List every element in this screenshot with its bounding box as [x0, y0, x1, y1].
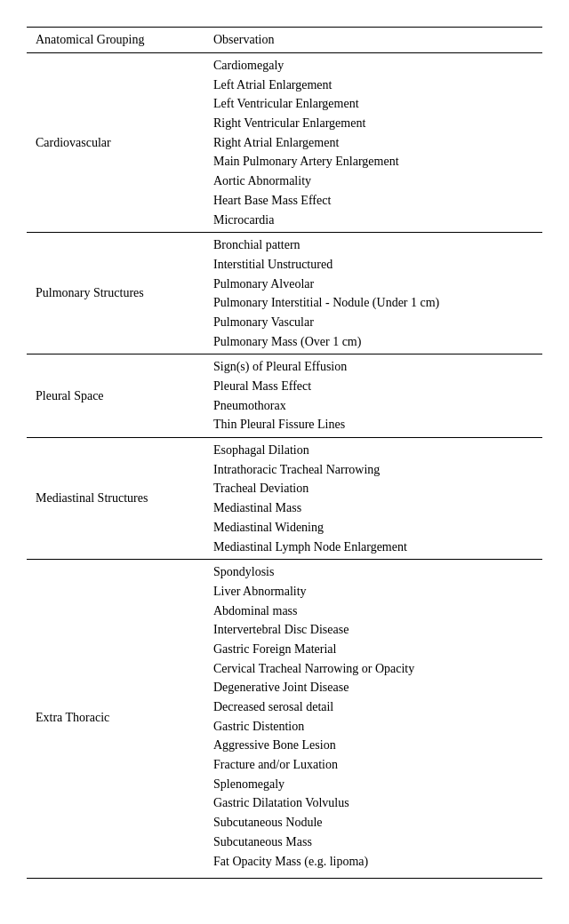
observation-item: Tracheal Deviation — [213, 479, 533, 498]
observation-item: Spondylosis — [213, 562, 533, 582]
anatomical-grouping-table: Anatomical Grouping Observation Cardiova… — [27, 27, 542, 879]
observations-extra-thoracic: SpondylosisLiver AbnormalityAbdominal ma… — [204, 560, 542, 879]
observation-item: Pulmonary Vascular — [213, 313, 533, 332]
observation-item: Pneumothorax — [213, 396, 533, 416]
observation-item: Mediastinal Widening — [213, 518, 533, 538]
observation-item: Left Ventricular Enlargement — [213, 94, 533, 114]
observation-item: Bronchial pattern — [213, 235, 533, 255]
observation-item: Cardiomegaly — [213, 56, 533, 76]
observation-item: Decreased serosal detail — [213, 697, 533, 717]
observation-item: Mediastinal Lymph Node Enlargement — [213, 538, 533, 557]
observation-item: Main Pulmonary Artery Enlargement — [213, 152, 533, 171]
observation-item: Subcutaneous Mass — [213, 832, 533, 852]
observation-item: Gastric Foreign Material — [213, 640, 533, 659]
observation-item: Sign(s) of Pleural Effusion — [213, 357, 533, 377]
observation-item: Fat Opacity Mass (e.g. lipoma) — [213, 852, 533, 872]
group-label-pulmonary-structures: Pulmonary Structures — [27, 233, 204, 354]
group-label-pleural-space: Pleural Space — [27, 354, 204, 438]
observations-cardiovascular: CardiomegalyLeft Atrial EnlargementLeft … — [204, 53, 542, 233]
observation-item: Microcardia — [213, 211, 533, 230]
group-row-mediastinal-structures: Mediastinal StructuresEsophagal Dilation… — [27, 438, 542, 560]
observation-item: Gastric Distention — [213, 717, 533, 737]
observation-item: Gastric Dilatation Volvulus — [213, 793, 533, 813]
group-row-pleural-space: Pleural SpaceSign(s) of Pleural Effusion… — [27, 354, 542, 438]
observation-item: Esophagal Dilation — [213, 441, 533, 460]
group-label-extra-thoracic: Extra Thoracic — [27, 560, 204, 879]
observation-item: Abdominal mass — [213, 601, 533, 621]
observation-item: Aortic Abnormality — [213, 171, 533, 191]
observation-item: Cervical Tracheal Narrowing or Opacity — [213, 659, 533, 679]
observation-item: Degenerative Joint Disease — [213, 678, 533, 697]
observation-item: Thin Pleural Fissure Lines — [213, 415, 533, 434]
group-row-cardiovascular: CardiovascularCardiomegalyLeft Atrial En… — [27, 53, 542, 233]
observation-item: Pulmonary Alveolar — [213, 275, 533, 294]
observation-item: Intrathoracic Tracheal Narrowing — [213, 460, 533, 480]
observations-pleural-space: Sign(s) of Pleural EffusionPleural Mass … — [204, 354, 542, 438]
group-row-extra-thoracic: Extra ThoracicSpondylosisLiver Abnormali… — [27, 560, 542, 879]
observation-item: Pulmonary Mass (Over 1 cm) — [213, 332, 533, 352]
observation-item: Pulmonary Interstitial - Nodule (Under 1… — [213, 293, 533, 313]
observation-item: Subcutaneous Nodule — [213, 813, 533, 832]
observation-item: Aggressive Bone Lesion — [213, 736, 533, 755]
observations-pulmonary-structures: Bronchial patternInterstitial Unstructur… — [204, 233, 542, 354]
observation-item: Right Atrial Enlargement — [213, 133, 533, 153]
observation-item: Heart Base Mass Effect — [213, 191, 533, 211]
observation-item: Intervertebral Disc Disease — [213, 620, 533, 640]
group-row-pulmonary-structures: Pulmonary StructuresBronchial patternInt… — [27, 233, 542, 354]
observation-item: Fracture and/or Luxation — [213, 755, 533, 775]
observation-item: Interstitial Unstructured — [213, 255, 533, 275]
group-label-cardiovascular: Cardiovascular — [27, 53, 204, 233]
col-header-grouping: Anatomical Grouping — [27, 28, 204, 53]
group-label-mediastinal-structures: Mediastinal Structures — [27, 438, 204, 560]
observation-item: Mediastinal Mass — [213, 498, 533, 518]
col-header-observation: Observation — [204, 28, 542, 53]
observation-item: Right Ventricular Enlargement — [213, 114, 533, 133]
observation-item: Splenomegaly — [213, 775, 533, 794]
observation-item: Pleural Mass Effect — [213, 377, 533, 396]
observation-item: Liver Abnormality — [213, 582, 533, 601]
observation-item: Left Atrial Enlargement — [213, 76, 533, 95]
observations-mediastinal-structures: Esophagal DilationIntrathoracic Tracheal… — [204, 438, 542, 560]
